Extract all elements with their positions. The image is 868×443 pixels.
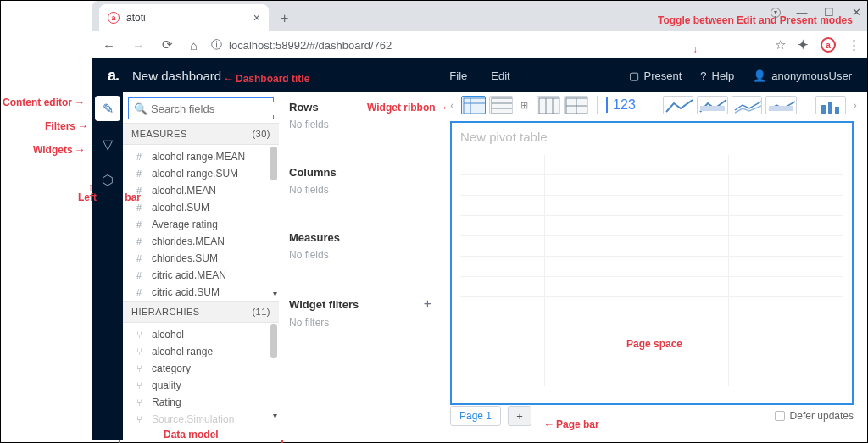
measures-scrollbar[interactable]	[270, 147, 277, 299]
menu-file[interactable]: File	[449, 69, 467, 82]
measures-zone[interactable]: Measures	[279, 223, 442, 246]
widget-filters-title: Widget filters	[289, 298, 359, 311]
nav-back-icon[interactable]: ←	[99, 35, 119, 56]
window-close[interactable]: ✕	[850, 6, 862, 19]
svg-rect-13	[828, 102, 832, 114]
widget-filters-zone[interactable]: Widget filters+	[279, 288, 442, 313]
present-button[interactable]: ▢Present	[629, 69, 682, 82]
list-item[interactable]: #citric acid.SUM	[123, 284, 279, 301]
list-item[interactable]: ⑂quality	[123, 377, 279, 394]
site-info-icon[interactable]: ⓘ	[211, 37, 222, 53]
present-icon: ▢	[629, 69, 639, 82]
browser-chrome: a atoti × + ▾ — ☐ ✕ ← → ⟳ ⌂ ⓘ localhost:…	[92, 1, 867, 58]
svg-rect-6	[539, 98, 560, 114]
new-tab-button[interactable]: +	[275, 6, 293, 31]
rail-filters[interactable]: ▽	[95, 131, 120, 157]
filter-icon: ▽	[103, 136, 113, 152]
widget-tree-table-icon[interactable]: ⊞	[516, 96, 532, 114]
ribbon-prev-icon[interactable]: ‹	[447, 98, 458, 112]
hierarchy-icon: ⑂	[136, 414, 147, 423]
favicon: a	[108, 12, 120, 24]
list-item[interactable]: ⑂category	[123, 360, 279, 377]
widget-pivot-table[interactable]	[461, 96, 486, 114]
list-item[interactable]: #chlorides.SUM	[123, 250, 279, 267]
nav-home-icon[interactable]: ⌂	[186, 35, 201, 56]
list-item[interactable]: #alcohol range.SUM	[123, 165, 279, 182]
measure-icon: #	[136, 186, 147, 196]
browser-tab[interactable]: a atoti ×	[99, 4, 269, 31]
list-item[interactable]: #alcohol.SUM	[123, 199, 279, 216]
anno-filters: Filters	[45, 119, 88, 132]
hierarchies-count: (11)	[252, 307, 270, 317]
add-filter-icon[interactable]: +	[424, 296, 431, 312]
list-item[interactable]: #alcohol.MEAN	[123, 182, 279, 199]
hierarchies-scrollbar[interactable]	[270, 324, 277, 421]
list-item[interactable]: #Average rating	[123, 216, 279, 233]
list-item[interactable]: #alcohol range.MEAN	[123, 148, 279, 165]
left-rail: ✎ ▽ ⬡	[92, 92, 123, 440]
widget-stacked-area[interactable]	[765, 96, 797, 114]
widget-line-chart[interactable]	[663, 96, 694, 114]
nav-reload-icon[interactable]: ⟳	[159, 34, 176, 56]
profile-ext-icon[interactable]: a	[821, 37, 836, 53]
list-item[interactable]: #citric acid.MEAN	[123, 267, 279, 284]
widget-area-chart[interactable]	[697, 96, 728, 114]
widget-bar-chart[interactable]	[815, 96, 847, 114]
bookmark-icon[interactable]: ☆	[775, 37, 786, 53]
hierarchy-icon: ⑂	[136, 346, 147, 357]
page-tab-1[interactable]: Page 1	[450, 406, 501, 426]
dashboard-title[interactable]: New dashboard	[132, 69, 221, 83]
window-minimize[interactable]: —	[796, 6, 808, 19]
widget-table[interactable]	[489, 96, 514, 114]
app-logo[interactable]: a.	[108, 67, 119, 85]
measures-header-label: MEASURES	[131, 129, 187, 139]
measure-icon: #	[136, 270, 147, 280]
search-icon: 🔍	[134, 102, 147, 115]
list-item[interactable]: #chlorides.MEAN	[123, 233, 279, 250]
nav-forward-icon[interactable]: →	[129, 35, 148, 56]
widget-kpi[interactable]: 123	[606, 97, 641, 113]
rows-title: Rows	[289, 101, 319, 114]
widget-grid-1[interactable]	[537, 96, 561, 114]
pencil-icon: ✎	[103, 101, 114, 117]
extensions-icon[interactable]: ✦	[798, 37, 809, 53]
defer-checkbox[interactable]	[775, 411, 785, 421]
search-input[interactable]	[151, 102, 293, 115]
measures-header[interactable]: MEASURES (30)	[123, 123, 279, 145]
list-item[interactable]: ⑂Source.Simulation	[123, 411, 279, 423]
window-maximize[interactable]: ☐	[823, 6, 835, 19]
chevron-down-icon[interactable]: ▾	[273, 289, 277, 298]
ribbon-next-icon[interactable]: ›	[849, 98, 860, 112]
field-zones-panel: Rows No fields Columns No fields Measure…	[279, 92, 442, 422]
menu-edit[interactable]: Edit	[491, 69, 509, 82]
widget-filters-empty: No filters	[279, 313, 442, 341]
svg-rect-12	[821, 105, 826, 114]
measures-list: #alcohol range.MEAN #alcohol range.SUM #…	[123, 145, 279, 301]
rows-empty: No fields	[279, 115, 442, 142]
rows-zone[interactable]: Rows	[279, 92, 442, 115]
add-page-button[interactable]: +	[508, 406, 531, 426]
list-item[interactable]: ⑂Rating	[123, 394, 279, 411]
rail-widgets[interactable]: ⬡	[95, 167, 120, 192]
widget-canvas[interactable]: New pivot table	[450, 121, 854, 405]
chevron-down-icon[interactable]: ▾	[273, 411, 277, 420]
list-item[interactable]: ⑂alcohol	[123, 326, 279, 343]
columns-zone[interactable]: Columns	[279, 158, 442, 180]
search-field[interactable]: 🔍	[128, 97, 274, 119]
help-button[interactable]: ?Help	[700, 69, 734, 82]
tab-close-icon[interactable]: ×	[253, 11, 260, 25]
hierarchy-icon: ⑂	[136, 363, 147, 374]
hierarchies-list: ⑂alcohol ⑂alcohol range ⑂category ⑂quali…	[123, 323, 279, 423]
rail-content-editor[interactable]: ✎	[95, 96, 120, 121]
svg-rect-14	[835, 107, 839, 114]
browser-menu-icon[interactable]: ⋮	[848, 37, 860, 53]
widget-grid-2[interactable]	[564, 96, 588, 114]
list-item[interactable]: ⑂alcohol range	[123, 343, 279, 360]
url-display[interactable]: ⓘ localhost:58992/#/dashboard/762	[211, 37, 765, 53]
user-menu[interactable]: 👤anonymousUser	[753, 69, 852, 82]
menu-bar: File Edit	[449, 69, 509, 82]
defer-updates[interactable]: Defer updates	[775, 410, 854, 422]
measures-zone-title: Measures	[289, 231, 340, 244]
hierarchies-header[interactable]: HIERARCHIES (11)	[123, 301, 279, 323]
widget-multi-line[interactable]	[732, 96, 763, 114]
